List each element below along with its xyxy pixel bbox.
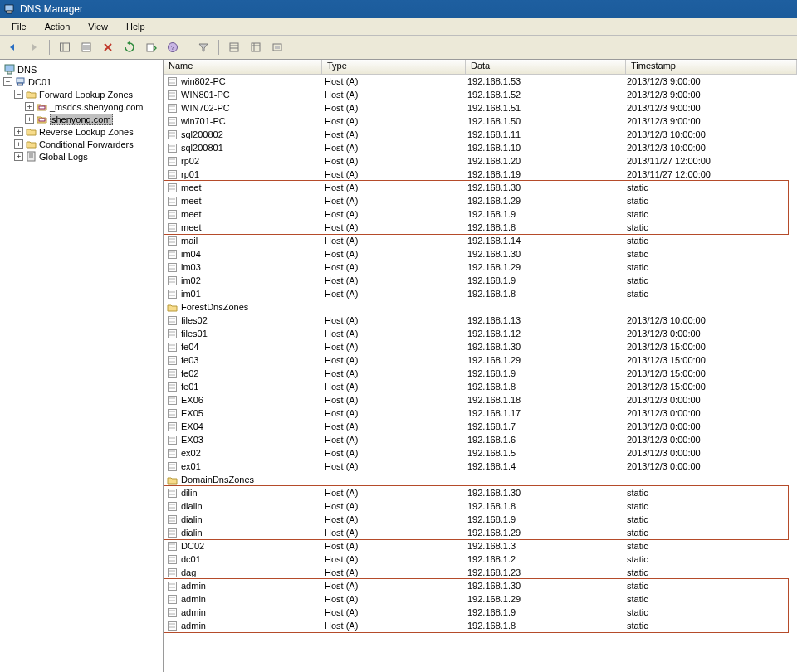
- table-row[interactable]: meetHost (A)192.168.1.30static: [164, 181, 797, 194]
- menu-action[interactable]: Action: [37, 20, 79, 33]
- table-row[interactable]: im02Host (A)192.168.1.9static: [164, 274, 797, 287]
- table-row[interactable]: fe04Host (A)192.168.1.302013/12/3 15:00:…: [164, 340, 797, 353]
- cell-timestamp: 2013/12/3 15:00:00: [622, 382, 797, 392]
- table-row[interactable]: rp02Host (A)192.168.1.202013/11/27 12:00…: [164, 154, 797, 168]
- table-row[interactable]: im01Host (A)192.168.1.8static: [164, 287, 797, 300]
- table-row[interactable]: win701-PCHost (A)192.168.1.502013/12/3 9…: [164, 114, 797, 128]
- table-row[interactable]: files01Host (A)192.168.1.122013/12/3 0:0…: [164, 327, 797, 340]
- tree-node-zone-msdcs[interactable]: + _msdcs.shenyong.com: [0, 100, 163, 113]
- toolbar-filter-button[interactable]: [194, 38, 213, 56]
- svg-rect-0: [5, 5, 13, 11]
- toolbar-list-button[interactable]: [225, 38, 243, 56]
- table-row[interactable]: im04Host (A)192.168.1.30static: [164, 247, 797, 261]
- cell-name: files01: [164, 329, 320, 339]
- cell-name: ex01: [164, 461, 320, 472]
- table-row[interactable]: adminHost (A)192.168.1.9static: [164, 606, 797, 619]
- tree-node-zone-shenyong[interactable]: + shenyong.com: [0, 113, 163, 125]
- table-row[interactable]: ex01Host (A)192.168.1.42013/12/3 0:00:00: [164, 460, 797, 473]
- toolbar-show-hide-tree-button[interactable]: [56, 38, 74, 56]
- column-header-name[interactable]: Name: [164, 60, 322, 74]
- svg-rect-22: [17, 83, 22, 85]
- table-row[interactable]: dialinHost (A)192.168.1.29static: [164, 526, 797, 539]
- table-row[interactable]: WIN801-PCHost (A)192.168.1.522013/12/3 9…: [164, 88, 797, 101]
- svg-rect-8: [147, 44, 154, 51]
- table-row[interactable]: fe03Host (A)192.168.1.292013/12/3 15:00:…: [164, 353, 797, 367]
- table-row[interactable]: ex02Host (A)192.168.1.52013/12/3 0:00:00: [164, 446, 797, 460]
- record-name-label: admin: [181, 607, 206, 617]
- table-row[interactable]: sql200802Host (A)192.168.1.112013/12/3 1…: [164, 128, 797, 141]
- expander-icon[interactable]: +: [14, 139, 23, 149]
- table-row[interactable]: meetHost (A)192.168.1.29static: [164, 194, 797, 207]
- table-row[interactable]: EX05Host (A)192.168.1.172013/12/3 0:00:0…: [164, 407, 797, 420]
- toolbar-refresh-button[interactable]: [120, 38, 139, 56]
- table-row[interactable]: files02Host (A)192.168.1.132013/12/3 10:…: [164, 314, 797, 327]
- toolbar-properties-button[interactable]: [77, 38, 95, 56]
- tree-node-forward-zones[interactable]: − Forward Lookup Zones: [0, 88, 163, 100]
- tree-pane[interactable]: DNS − DC01 − Forward Lookup Zones + _msd…: [0, 60, 164, 672]
- cell-data: 192.168.1.29: [462, 196, 622, 206]
- table-row[interactable]: sql200801Host (A)192.168.1.102013/12/3 1…: [164, 141, 797, 154]
- table-row[interactable]: fe02Host (A)192.168.1.92013/12/3 15:00:0…: [164, 367, 797, 380]
- svg-rect-125: [169, 409, 177, 417]
- svg-rect-33: [169, 90, 177, 99]
- cell-type: Host (A): [320, 156, 462, 166]
- rows-container[interactable]: win802-PCHost (A)192.168.1.532013/12/3 9…: [164, 75, 797, 672]
- expander-icon[interactable]: +: [14, 127, 23, 136]
- tree-root[interactable]: DNS: [0, 63, 163, 75]
- svg-rect-61: [169, 183, 177, 192]
- table-row[interactable]: adminHost (A)192.168.1.30static: [164, 579, 797, 592]
- record-name-label: sql200801: [181, 143, 223, 153]
- column-header-data[interactable]: Data: [466, 60, 626, 74]
- expander-icon[interactable]: +: [25, 114, 34, 124]
- table-row[interactable]: EX06Host (A)192.168.1.182013/12/3 0:00:0…: [164, 393, 797, 407]
- cell-timestamp: 2013/11/27 12:00:00: [622, 169, 797, 179]
- cell-type: Host (A): [320, 488, 462, 498]
- cell-data: 192.168.1.14: [462, 236, 622, 246]
- table-row[interactable]: adminHost (A)192.168.1.29static: [164, 592, 797, 606]
- toolbar-forward-button[interactable]: [25, 38, 43, 56]
- table-row[interactable]: meetHost (A)192.168.1.9static: [164, 207, 797, 221]
- menu-file[interactable]: File: [3, 20, 35, 33]
- table-row[interactable]: meetHost (A)192.168.1.8static: [164, 221, 797, 234]
- tree-node-conditional-forwarders[interactable]: + Conditional Forwarders: [0, 138, 163, 150]
- table-row[interactable]: EX04Host (A)192.168.1.72013/12/3 0:00:00: [164, 420, 797, 433]
- record-name-label: rp02: [181, 156, 199, 166]
- table-row[interactable]: EX03Host (A)192.168.1.62013/12/3 0:00:00: [164, 433, 797, 446]
- cell-type: Host (A): [320, 329, 462, 338]
- tree-node-reverse-zones[interactable]: + Reverse Lookup Zones: [0, 125, 163, 138]
- tree-node-global-logs[interactable]: + Global Logs: [0, 150, 163, 163]
- app-icon: [3, 3, 15, 15]
- table-row[interactable]: im03Host (A)192.168.1.29static: [164, 261, 797, 274]
- table-row[interactable]: rp01Host (A)192.168.1.192013/11/27 12:00…: [164, 168, 797, 181]
- toolbar-export-button[interactable]: [142, 38, 160, 56]
- expander-icon[interactable]: +: [14, 152, 23, 161]
- toolbar-back-button[interactable]: [3, 38, 22, 56]
- column-header-type[interactable]: Type: [322, 60, 466, 74]
- record-icon: [167, 169, 178, 180]
- table-row[interactable]: dialinHost (A)192.168.1.8static: [164, 499, 797, 513]
- table-row[interactable]: DomainDnsZones: [164, 473, 797, 486]
- toolbar-help-button[interactable]: ?: [164, 38, 182, 56]
- toolbar-details-button[interactable]: [247, 38, 265, 56]
- table-row[interactable]: dilinHost (A)192.168.1.30static: [164, 486, 797, 499]
- table-row[interactable]: dialinHost (A)192.168.1.9static: [164, 513, 797, 526]
- menu-view[interactable]: View: [80, 20, 116, 33]
- table-row[interactable]: ForestDnsZones: [164, 300, 797, 314]
- expander-icon[interactable]: −: [3, 77, 12, 86]
- toolbar-delete-button[interactable]: [99, 38, 117, 56]
- tree-node-dc01[interactable]: − DC01: [0, 75, 163, 88]
- table-row[interactable]: dagHost (A)192.168.1.23static: [164, 566, 797, 579]
- table-row[interactable]: dc01Host (A)192.168.1.2static: [164, 553, 797, 566]
- table-row[interactable]: DC02Host (A)192.168.1.3static: [164, 539, 797, 553]
- table-row[interactable]: fe01Host (A)192.168.1.82013/12/3 15:00:0…: [164, 380, 797, 393]
- table-row[interactable]: adminHost (A)192.168.1.8static: [164, 619, 797, 632]
- table-row[interactable]: WIN702-PCHost (A)192.168.1.512013/12/3 9…: [164, 101, 797, 114]
- expander-icon[interactable]: +: [25, 102, 34, 111]
- expander-icon[interactable]: −: [14, 90, 23, 99]
- menu-help[interactable]: Help: [118, 20, 154, 33]
- record-name-label: sql200802: [181, 129, 223, 139]
- table-row[interactable]: win802-PCHost (A)192.168.1.532013/12/3 9…: [164, 75, 797, 88]
- toolbar-action-button[interactable]: [268, 38, 286, 56]
- column-header-timestamp[interactable]: Timestamp: [626, 60, 797, 74]
- table-row[interactable]: mailHost (A)192.168.1.14static: [164, 234, 797, 247]
